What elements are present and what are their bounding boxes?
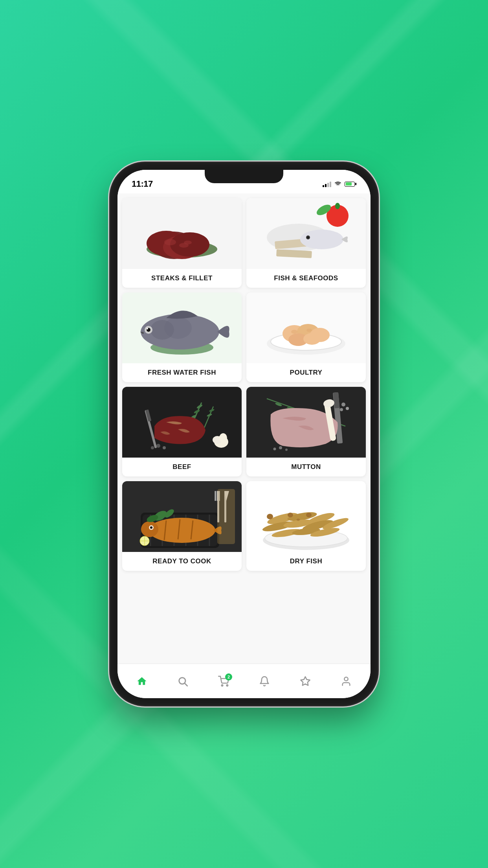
category-card-fresh-water-fish[interactable]: FRESH WATER FISH xyxy=(122,292,242,382)
svg-point-61 xyxy=(346,407,349,410)
favorites-icon xyxy=(300,676,311,687)
wifi-icon xyxy=(334,181,341,187)
profile-icon xyxy=(341,676,352,687)
category-image-ready xyxy=(122,481,242,552)
notch xyxy=(205,170,283,183)
signal-icon xyxy=(323,181,331,187)
nav-item-search[interactable] xyxy=(171,673,194,690)
cart-badge: 2 xyxy=(225,673,232,680)
category-image-mutton xyxy=(246,387,366,458)
svg-point-5 xyxy=(164,239,176,245)
search-icon xyxy=(177,676,188,687)
category-image-beef xyxy=(122,387,242,458)
svg-point-4 xyxy=(170,232,209,257)
svg-rect-72 xyxy=(127,528,143,533)
category-card-beef[interactable]: BEEF xyxy=(122,387,242,476)
category-card-fish-seafoods[interactable]: FISH & SEAFOODS xyxy=(246,198,366,288)
svg-point-43 xyxy=(163,446,166,449)
nav-item-notifications[interactable] xyxy=(253,673,276,690)
svg-point-31 xyxy=(291,330,297,334)
svg-point-112 xyxy=(344,677,348,680)
category-label-fresh-water-fish: FRESH WATER FISH xyxy=(122,363,242,382)
svg-line-108 xyxy=(185,683,187,686)
home-icon xyxy=(136,676,147,687)
category-label-mutton: MUTTON xyxy=(246,458,366,476)
category-card-steaks-fillet[interactable]: STEAKS & FILLET xyxy=(122,198,242,288)
category-label-steaks: STEAKS & FILLET xyxy=(122,269,242,288)
category-image-poultry xyxy=(246,292,366,363)
svg-point-23 xyxy=(147,328,148,329)
nav-item-profile[interactable] xyxy=(334,673,358,690)
notification-icon xyxy=(259,676,270,687)
svg-point-76 xyxy=(150,526,152,529)
svg-point-20 xyxy=(164,317,192,339)
category-grid: STEAKS & FILLET xyxy=(117,193,371,576)
category-image-freshwater xyxy=(122,292,242,363)
phone-frame: 11:17 xyxy=(110,163,378,705)
category-label-poultry: POULTRY xyxy=(246,363,366,382)
svg-point-106 xyxy=(306,513,312,517)
category-image-fish xyxy=(246,198,366,269)
svg-point-110 xyxy=(227,684,228,686)
svg-point-105 xyxy=(288,513,293,517)
category-scroll-area[interactable]: STEAKS & FILLET xyxy=(117,193,371,664)
category-image-steaks xyxy=(122,198,242,269)
category-card-poultry[interactable]: POULTRY xyxy=(246,292,366,382)
category-label-dry-fish: DRY FISH xyxy=(246,552,366,571)
category-label-beef: BEEF xyxy=(122,458,242,476)
svg-point-57 xyxy=(279,446,282,449)
status-time: 11:17 xyxy=(132,179,153,189)
svg-point-62 xyxy=(340,408,343,411)
svg-point-30 xyxy=(303,333,321,345)
svg-point-60 xyxy=(341,403,345,406)
svg-point-14 xyxy=(300,230,343,249)
svg-point-58 xyxy=(285,449,288,451)
status-bar: 11:17 xyxy=(117,170,371,193)
nav-item-home[interactable] xyxy=(130,673,154,690)
bottom-nav: 2 xyxy=(117,664,371,698)
svg-point-16 xyxy=(307,237,309,238)
svg-point-59 xyxy=(273,448,276,451)
svg-point-47 xyxy=(219,433,227,443)
category-card-mutton[interactable]: MUTTON xyxy=(246,387,366,476)
svg-point-73 xyxy=(149,518,215,543)
nav-item-cart[interactable]: 2 xyxy=(212,673,235,690)
phone-screen: 11:17 xyxy=(117,170,371,698)
svg-point-109 xyxy=(222,684,223,686)
svg-rect-88 xyxy=(217,489,235,544)
svg-point-7 xyxy=(184,241,192,245)
nav-item-favorites[interactable] xyxy=(294,673,317,690)
svg-point-44 xyxy=(151,446,154,449)
svg-point-32 xyxy=(306,329,312,332)
category-card-ready-to-cook[interactable]: READY TO COOK xyxy=(122,481,242,571)
category-label-fish-seafoods: FISH & SEAFOODS xyxy=(246,269,366,288)
category-label-ready-to-cook: READY TO COOK xyxy=(122,552,242,571)
svg-marker-111 xyxy=(301,677,310,685)
status-icons xyxy=(323,181,356,187)
category-image-dryfish xyxy=(246,481,366,552)
battery-icon xyxy=(345,182,356,187)
svg-point-104 xyxy=(267,514,273,519)
category-card-dry-fish[interactable]: DRY FISH xyxy=(246,481,366,571)
svg-point-9 xyxy=(335,203,340,209)
svg-point-42 xyxy=(156,444,160,448)
